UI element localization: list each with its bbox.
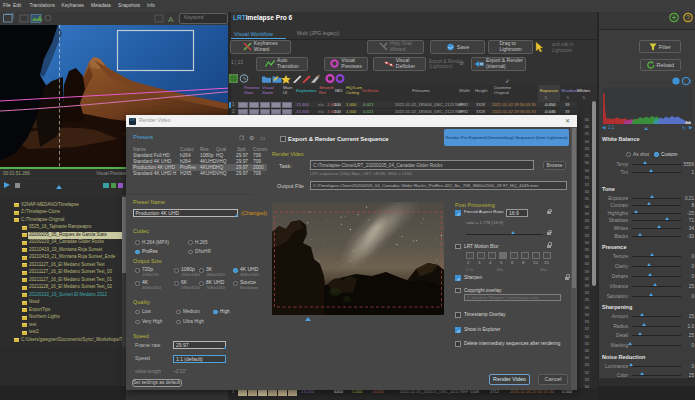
svg-text:A: A [168, 15, 174, 24]
svg-text:!: ! [690, 79, 692, 85]
svg-text:?: ? [686, 14, 690, 21]
